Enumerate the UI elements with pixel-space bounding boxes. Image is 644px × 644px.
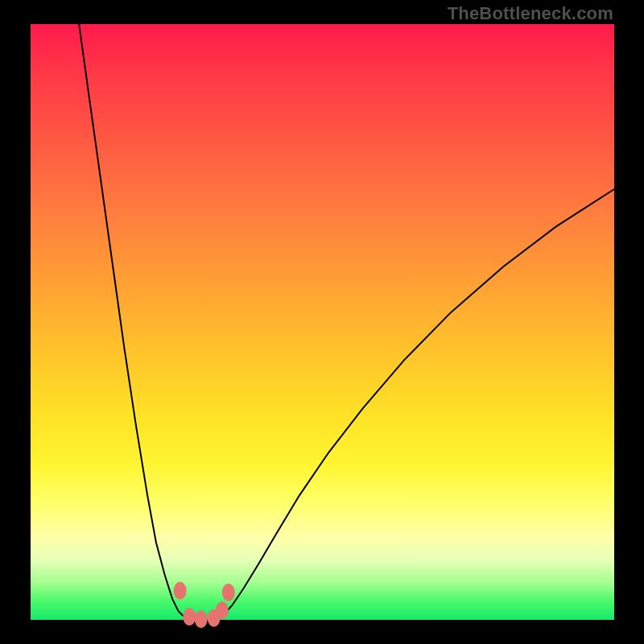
curve-left-branch — [79, 24, 187, 619]
attribution-label: TheBottleneck.com — [448, 3, 613, 24]
curve-markers — [174, 582, 235, 629]
curve-marker — [222, 584, 235, 601]
plot-area — [31, 24, 614, 620]
curve-marker — [174, 582, 187, 600]
chart-frame: TheBottleneck.com — [0, 0, 644, 644]
curve-marker — [216, 601, 229, 619]
curve-marker — [183, 608, 196, 625]
bottleneck-curve — [31, 24, 614, 620]
curve-right-branch — [224, 189, 614, 614]
curve-marker — [195, 610, 208, 628]
